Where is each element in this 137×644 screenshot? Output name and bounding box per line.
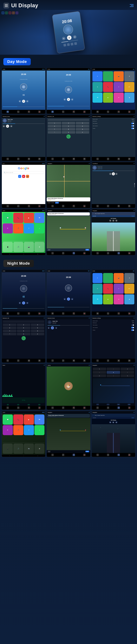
night-dial-5[interactable]: 5 [17,326,30,329]
hero-play-btn[interactable]: ⏸ [67,35,72,40]
night-nav-app-2[interactable]: 📞 [107,312,109,314]
night-dial-9[interactable]: 9 [31,330,44,332]
night-bt-next[interactable]: ⏭ [55,327,57,329]
nav-map-4[interactable]: 🚗 [83,205,86,207]
night-nav-email[interactable]: ✉ [6,312,9,314]
night-nav-c4[interactable]: 🚗 [83,454,86,456]
hero-next-btn[interactable]: ⏭ [73,35,76,39]
night-nav-settings-2[interactable]: 🎵 [107,360,109,362]
dial-6[interactable]: 6 [76,125,89,128]
night-nav-eq-4[interactable]: 🚗 [38,407,40,409]
google-search-bar[interactable]: 🔍 Search or type URL [3,171,44,174]
night-dial-7[interactable]: 7 [3,330,16,332]
night-nav-email-2[interactable]: ✉ [52,312,54,314]
nav-gps[interactable]: 📍 [28,111,30,113]
night-nav-app-3[interactable]: 📍 [118,312,120,314]
night-nav-app-4[interactable]: 🚗 [128,312,130,314]
dial-2[interactable]: 2 [62,122,75,124]
nav-nav-3[interactable]: 📍 [73,252,75,254]
night-app-whatsapp[interactable]: 💬 [3,414,13,425]
flower-toggle[interactable] [131,128,134,129]
night-prev-2[interactable]: ⏮ [64,298,66,300]
night-dock-2[interactable]: 🎵 [13,444,24,454]
app-whatsapp[interactable]: 💬 [3,213,13,223]
night-nav-gps[interactable]: 📍 [28,312,30,314]
night-nav-np1[interactable]: 📞 [96,454,99,456]
app-facebook[interactable]: f [24,224,34,234]
night-nav-phone-2[interactable]: 📞 [62,312,64,314]
call-button[interactable]: 📞 [66,134,70,138]
nav-np-1[interactable]: 📞 [96,252,99,254]
app-vchat[interactable]: V [114,82,124,92]
nav-settings-3[interactable]: ⚙ [118,158,120,160]
app-nav[interactable]: 🗺 [92,92,102,103]
nav-call-2[interactable]: 🎵 [62,158,64,160]
night-nav-btn-4[interactable]: ← [93,371,106,374]
np-next[interactable]: ⏭ [115,220,118,222]
nav-np-4[interactable]: 🚗 [128,252,130,254]
eq-ctrl-3[interactable]: ↔ [28,404,30,405]
night-auto-answer-toggle[interactable] [131,324,134,326]
dock-app-4[interactable]: ⚙ [34,242,44,252]
night-app-youtube[interactable]: ▶ [24,414,34,425]
bt-play[interactable]: ⏸ [6,125,9,128]
nav-email[interactable]: ✉ [6,111,9,113]
nav-np-3[interactable]: 📍 [118,252,120,254]
night-nav-c1[interactable]: 📞 [52,454,54,456]
next-btn-1[interactable]: ⏭ [26,100,28,102]
night-dock-3[interactable]: 📷 [24,444,34,454]
night-app-telegram[interactable]: ✈ [92,273,102,283]
night-nav-btn-center[interactable]: ● [107,371,120,374]
social-play[interactable]: ⏸ [112,172,115,176]
night-play-2[interactable]: ⏸ [67,298,70,300]
night-nav-btn-1[interactable]: ↖ [93,368,106,370]
night-np-next[interactable]: ⏭ [115,421,118,424]
night-nav-btn-2[interactable]: ↑ [107,368,120,370]
nav-settings-1[interactable]: 📞 [96,158,99,160]
app-maps[interactable]: 🗺 [34,213,44,223]
social-next[interactable]: ⏭ [115,173,118,175]
night-nav-layers[interactable]: ⊞ [128,404,130,405]
nav-phone-2[interactable]: 📞 [62,111,64,113]
google-app-1[interactable]: G [18,175,21,178]
night-dial-2[interactable]: 2 [17,324,30,326]
night-app-media[interactable]: 📷 [114,273,124,283]
night-nav-auto[interactable]: 🚗 [38,312,40,314]
dial-star[interactable]: * [48,131,61,134]
night-nav-n3[interactable]: 📍 [118,407,120,409]
night-app-extra1[interactable]: ★ [114,294,124,304]
nav-auto-3[interactable]: 🚗 [128,111,130,113]
night-nav-auto-2[interactable]: 🚗 [83,312,86,314]
night-nav-np2[interactable]: 🎵 [107,454,109,456]
nav-go-btn[interactable]: GO [86,249,89,250]
nav-phone-3[interactable]: 📞 [107,111,109,113]
hero-prev-btn[interactable]: ⏮ [62,36,66,40]
nav-email-2[interactable]: ✉ [52,111,54,113]
nav-google-4[interactable]: 🚗 [38,205,40,207]
nav-map-1[interactable]: 📞 [52,205,54,207]
dial-0[interactable]: 0 [62,131,75,134]
night-nav-btn-5[interactable]: → [121,371,134,374]
night-nav-call-3[interactable]: ⚙ [28,360,30,362]
eq-ctrl-4[interactable]: ∿ [38,404,40,405]
auto-answer-toggle[interactable] [131,123,134,124]
nav-np-2[interactable]: 🎵 [107,252,109,254]
night-dial-3[interactable]: 3 [31,324,44,326]
eq-ctrl-1[interactable]: + [7,404,9,405]
night-app-settings[interactable]: ⚙ [124,273,134,283]
night-nav-center[interactable]: ⊕ [117,404,120,405]
app-settings[interactable]: ⚙ [124,71,134,82]
nav-social-2[interactable]: 🎵 [107,205,109,207]
nav-bt-2[interactable]: 🎵 [17,158,20,160]
app-bt2[interactable]: BT [124,82,134,92]
dial-hash[interactable]: # [76,131,89,134]
nav-map-3[interactable]: 📍 [73,205,75,207]
night-np-prev[interactable]: ⏮ [109,421,112,424]
night-play-1[interactable]: ⏸ [22,302,25,304]
night-dock-4[interactable]: ⚙ [34,444,44,454]
night-app-music[interactable]: 🎵 [13,425,24,435]
night-nav-np4[interactable]: 🚗 [128,454,130,456]
prev-btn-2[interactable]: ⏮ [64,98,66,100]
night-nav-n2[interactable]: 🎵 [107,407,109,409]
night-nav-phone[interactable]: 📞 [17,312,20,314]
